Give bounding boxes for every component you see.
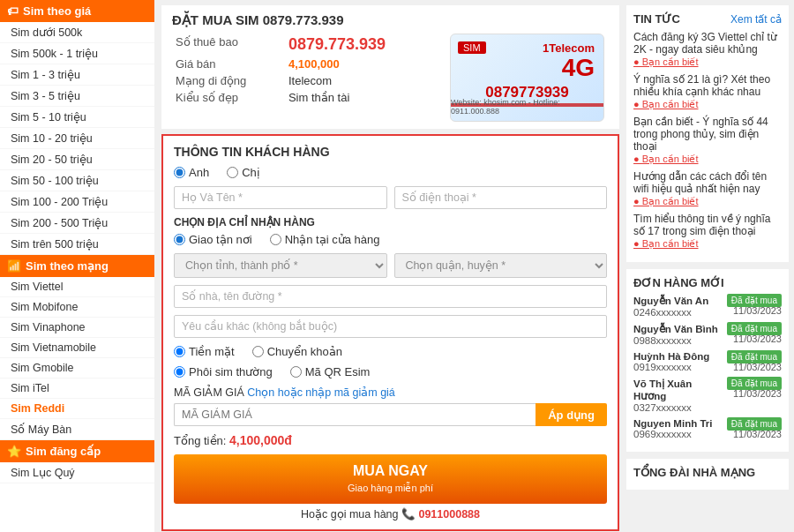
gender-anh-label[interactable]: Anh [174,166,209,179]
sidebar-item-gia[interactable]: Sim dưới 500k [0,22,154,43]
sidebar-item-gia[interactable]: Sim 5 - 10 triệu [0,107,154,128]
sidebar-item-gia[interactable]: Sim trên 500 triệu [0,234,154,255]
sidebar-item-gia[interactable]: Sim 200 - 500 Triệu [0,213,154,234]
ma-qr-esim-radio[interactable] [290,366,302,378]
phoi-sim-thuong-label[interactable]: Phôi sim thường [174,365,273,378]
sidebar-item-mang[interactable]: Sim Reddi [0,399,154,419]
sidebar-item-gia[interactable]: Sim 50 - 100 triệu [0,170,154,191]
news-link[interactable]: ● Bạn cần biết [633,238,699,249]
address-label: CHỌN ĐỊA CHỈ NHẬN HÀNG [174,216,607,229]
order-phone: 0988xxxxxxx [633,335,718,346]
order-info: Nguyễn Văn Bình 0988xxxxxxx [633,323,718,346]
sidebar-item-mang[interactable]: Sim Viettel [0,277,154,297]
tien-mat-radio[interactable] [174,346,185,357]
product-title: ĐẶT MUA SIM 0879.773.939 [172,12,609,28]
gender-anh-radio[interactable] [174,167,185,178]
news-link[interactable]: ● Bạn cần biết [633,154,699,164]
news-title: TIN TỨC [633,12,680,26]
news-text: Bạn cần biết - Ý nghĩa số 44 trong phong… [633,116,782,153]
giao-tan-noi-radio[interactable] [174,234,185,245]
order-date: 11/03/2023 [727,305,782,316]
sidebar-item-mang[interactable]: Sim iTel [0,378,154,399]
nhan-tai-cua-hang-radio[interactable] [270,234,281,245]
phoi-sim-radio[interactable] [174,366,185,378]
sim-4g-badge: 4G [562,54,595,82]
gia-ban-label: Giá bán [172,56,285,72]
carrier-name: 1Telecom [543,41,595,55]
sidebar-section-dangcap: ⭐ Sim đăng cấp [0,440,154,462]
sidebar-item-mang[interactable]: Sim Vinaphone [0,318,154,338]
form-title: THÔNG TIN KHÁCH HÀNG [174,145,607,159]
news-item: Ý nghĩa số 21 là gì? Xét theo nhiều khía… [633,73,782,110]
kieu-so-dep-label: Kiểu số đẹp [172,89,285,106]
tien-mat-label[interactable]: Tiền mặt [174,345,235,358]
order-form: THÔNG TIN KHÁCH HÀNG Anh Chị CHỌN ĐỊA CH… [161,134,619,531]
sidebar-item-gia[interactable]: Sim 10 - 20 triệu [0,128,154,149]
mua-ngay-button[interactable]: MUA NGAY Giao hàng miễn phí [174,454,607,504]
sidebar: 🏷 Sim theo giá Sim dưới 500kSim 500k - 1… [0,0,154,532]
sidebar-item-mang[interactable]: Sim Gmobile [0,358,154,378]
order-name: Huỳnh Hà Đông [633,351,709,362]
nhan-tai-cua-hang-label[interactable]: Nhận tại cửa hàng [270,233,380,246]
sidebar-item-gia[interactable]: Sim 20 - 50 triệu [0,149,154,170]
kieu-so-dep-value: Sim thần tài [288,91,349,104]
gender-chi-radio[interactable] [227,167,238,178]
so-nha-input[interactable] [174,285,607,308]
so-dien-thoai-input[interactable] [394,186,608,209]
hotline-link[interactable]: 0911000888 [418,508,480,521]
news-link[interactable]: ● Bạn cần biết [633,56,699,67]
sidebar-item-mang[interactable]: Sim Mobifone [0,297,154,318]
gia-ban-value: 4,100,000 [288,57,340,71]
sidebar-section-gia: 🏷 Sim theo giá [0,0,154,22]
product-image: SIM 1Telecom 4G 0879773939 Website: khos… [450,34,609,122]
tinh-tp-select[interactable]: Chọn tỉnh, thành phố * [174,253,387,278]
gender-row: Anh Chị [174,166,607,179]
sidebar-item-mang[interactable]: Sim Vietnamobile [0,338,154,358]
sidebar-item-mang[interactable]: Số Máy Bàn [0,419,154,440]
coupon-input[interactable] [174,403,536,426]
news-text: Hướng dẫn các cách đổi tên wifi hiệu quả… [633,170,782,195]
order-date: 11/03/2023 [727,388,782,399]
chuyen-khoan-label[interactable]: Chuyển khoản [252,345,342,358]
mang-di-dong-label: Mạng di động [172,72,285,89]
sidebar-item-gia[interactable]: Sim 3 - 5 triệu [0,86,154,107]
center-content: ĐẶT MUA SIM 0879.773.939 Số thuê bao 087… [154,0,626,532]
orders-box: ĐƠN HÀNG MỚI Nguyễn Văn An 0246xxxxxxx Đ… [626,269,789,452]
news-viewall-link[interactable]: Xem tất cả [730,13,782,26]
product-header: ĐẶT MUA SIM 0879.773.939 Số thuê bao 087… [161,5,619,129]
sidebar-item-dangcap[interactable]: Sim Lục Quý [0,462,154,483]
news-text: Ý nghĩa số 21 là gì? Xét theo nhiều khía… [633,73,782,98]
ho-va-ten-input[interactable] [174,186,387,209]
right-sidebar: TIN TỨC Xem tất cả Cách đăng ký 3G Viett… [626,0,794,532]
sidebar-item-gia[interactable]: Sim 500k - 1 triệu [0,43,154,64]
order-info: Huỳnh Hà Đông 0919xxxxxxx [633,351,709,372]
news-link[interactable]: ● Bạn cần biết [633,99,699,109]
news-text: Cách đăng ký 3G Viettel chỉ từ 2K - ngay… [633,31,782,56]
total-row: Tổng tiền: 4,100,000đ [174,433,607,447]
news-item: Cách đăng ký 3G Viettel chỉ từ 2K - ngay… [633,31,782,68]
yeu-cau-khac-input[interactable] [174,315,607,338]
quan-huyen-select[interactable]: Chọn quận, huyện * [394,253,608,278]
sidebar-item-gia[interactable]: Sim 100 - 200 Triệu [0,191,154,213]
total-price: 4,100,000đ [229,433,292,447]
ma-qr-esim-label[interactable]: Mã QR Esim [290,365,371,378]
order-phone: 0919xxxxxxx [633,362,709,372]
signal-icon: 📶 [7,259,21,273]
order-date: 11/03/2023 [727,429,782,439]
chuyen-khoan-radio[interactable] [252,346,264,357]
gender-chi-label[interactable]: Chị [227,166,260,179]
news-link[interactable]: ● Bạn cần biết [633,196,699,206]
giao-tan-noi-label[interactable]: Giao tận nơi [174,233,252,246]
order-item: Nguyễn Văn An 0246xxxxxxx Đã đặt mua 11/… [633,295,782,318]
coupon-select-link[interactable]: Chọn hoặc nhập mã giảm giá [247,386,395,399]
order-name: Võ Thị Xuân Hương [633,378,727,402]
so-thue-bao-value: 0879.773.939 [288,35,386,53]
order-date: 11/03/2023 [727,362,782,372]
carriers-title: TỔNG ĐÀI NHÀ MẠNG [633,466,782,479]
order-name: Nguyen Minh Tri [633,418,712,429]
sim-card: SIM 1Telecom 4G 0879773939 Website: khos… [450,34,604,122]
ap-dung-button[interactable]: Áp dụng [536,403,607,426]
sidebar-item-gia[interactable]: Sim 1 - 3 triệu [0,64,154,86]
order-item: Võ Thị Xuân Hương 0327xxxxxxx Đã đặt mua… [633,378,782,413]
order-name: Nguyễn Văn Bình [633,323,718,335]
